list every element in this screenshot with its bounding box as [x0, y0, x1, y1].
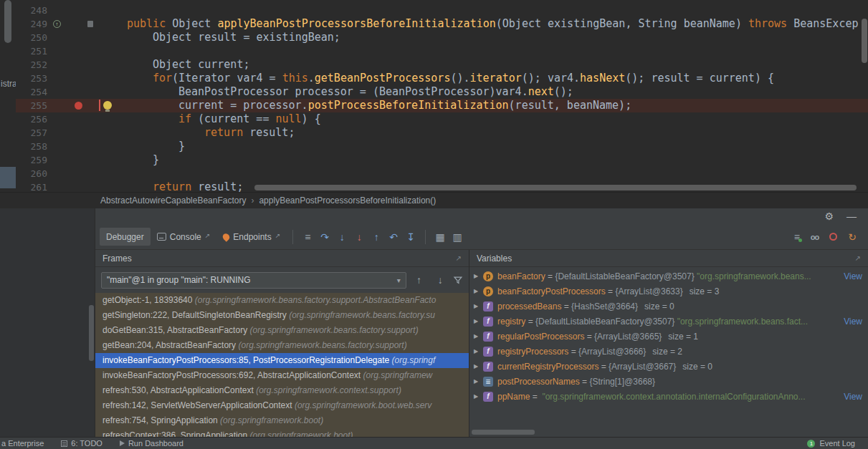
memory-view-icon[interactable]: ▥: [449, 228, 466, 246]
force-step-into-icon[interactable]: ↓: [350, 228, 368, 246]
code-line[interactable]: return result;: [95, 126, 868, 140]
expand-arrow-icon[interactable]: ▶: [474, 303, 483, 309]
gutter-line[interactable]: 258: [16, 140, 95, 153]
filter-icon[interactable]: [453, 275, 463, 285]
gutter-line[interactable]: 252: [16, 58, 95, 72]
variable-row[interactable]: ▶fppName = "org.springframework.context.…: [469, 389, 868, 404]
frame-row[interactable]: invokeBeanFactoryPostProcessors:692, Abs…: [95, 368, 469, 383]
frame-row[interactable]: doGetBean:315, AbstractBeanFactory (org.…: [95, 323, 469, 338]
gutter-line[interactable]: 255: [16, 99, 95, 112]
step-over-icon[interactable]: ↷: [316, 228, 333, 246]
expand-arrow-icon[interactable]: ▶: [474, 288, 483, 294]
code-line[interactable]: for(Iterator var4 = this.getBeanPostProc…: [95, 72, 868, 85]
code-line[interactable]: [95, 4, 868, 17]
code-line[interactable]: }: [95, 153, 868, 167]
gutter-line[interactable]: 257: [16, 126, 95, 140]
enterprise-tool-button[interactable]: a Enterprise: [1, 439, 44, 448]
tab-console[interactable]: Console ↗: [151, 228, 217, 246]
variable-row[interactable]: ▶fprocessedBeans = {HashSet@3664}size = …: [469, 299, 868, 314]
panel-options-icon[interactable]: ↗: [855, 254, 861, 262]
override-marker-icon[interactable]: ↑: [53, 20, 61, 28]
expand-arrow-icon[interactable]: ▶: [474, 273, 483, 279]
scrollbar-thumb[interactable]: [4, 0, 11, 43]
frame-row[interactable]: getSingleton:222, DefaultSingletonBeanRe…: [95, 308, 469, 323]
editor-vertical-scrollbar[interactable]: [862, 19, 867, 63]
gutter-line[interactable]: 253: [16, 72, 95, 85]
code-line[interactable]: BeanPostProcessor processor = (BeanPostP…: [95, 85, 868, 99]
run-dashboard-tool-button[interactable]: Run Dashboard: [120, 439, 183, 448]
previous-frame-icon[interactable]: ↑: [411, 271, 428, 289]
threads-list-icon[interactable]: ≡: [794, 232, 800, 242]
editor-horizontal-scrollbar[interactable]: [254, 185, 857, 190]
variable-row[interactable]: ▶pbeanFactoryPostProcessors = {ArrayList…: [469, 284, 868, 299]
variable-row[interactable]: ▶fcurrentRegistryProcessors = {ArrayList…: [469, 359, 868, 374]
code-line[interactable]: current = processor.postProcessBeforeIni…: [95, 99, 868, 112]
code-area[interactable]: public Object applyBeanPostProcessorsBef…: [95, 0, 868, 192]
expand-arrow-icon[interactable]: ▶: [474, 378, 483, 385]
hotswap-icon[interactable]: ↻: [848, 232, 857, 242]
frame-row[interactable]: invokeBeanFactoryPostProcessors:85, Post…: [95, 353, 469, 368]
frame-row[interactable]: refresh:530, AbstractApplicationContext …: [95, 383, 469, 398]
panel-options-icon[interactable]: ↗: [456, 254, 462, 262]
variable-row[interactable]: ▶fregistry = {DefaultListableBeanFactory…: [469, 314, 868, 329]
variables-horizontal-scrollbar[interactable]: [472, 430, 535, 435]
tool-stripe-highlight[interactable]: [0, 167, 16, 188]
drop-frame-icon[interactable]: ↶: [385, 228, 402, 246]
frame-row[interactable]: refreshContext:386, SpringApplication (o…: [95, 428, 469, 437]
hide-window-icon[interactable]: —: [846, 211, 857, 221]
variable-row[interactable]: ▶fregularPostProcessors = {ArrayList@366…: [469, 329, 868, 344]
view-breakpoints-icon[interactable]: [829, 233, 837, 241]
gutter-line[interactable]: 249↑: [16, 17, 95, 31]
gutter-marker-icon[interactable]: [87, 21, 93, 27]
expand-arrow-icon[interactable]: ▶: [474, 363, 483, 370]
code-line[interactable]: }: [95, 140, 868, 153]
scrollbar-thumb[interactable]: [89, 305, 94, 361]
next-frame-icon[interactable]: ↓: [431, 271, 449, 289]
breadcrumb-class[interactable]: AbstractAutowireCapableBeanFactory: [100, 195, 246, 206]
view-link[interactable]: View: [839, 392, 862, 402]
gutter-line[interactable]: 260: [16, 167, 95, 180]
gutter-line[interactable]: 254: [16, 85, 95, 99]
layout-menu-icon[interactable]: ≡: [299, 228, 316, 246]
gutter-line[interactable]: 251: [16, 44, 95, 58]
expand-arrow-icon[interactable]: ▶: [474, 348, 483, 354]
gutter-line[interactable]: 256: [16, 112, 95, 126]
breadcrumb-method[interactable]: applyBeanPostProcessorsBeforeInitializat…: [259, 195, 436, 206]
code-line[interactable]: public Object applyBeanPostProcessorsBef…: [95, 17, 868, 31]
code-line[interactable]: Object result = existingBean;: [95, 31, 868, 44]
run-to-cursor-icon[interactable]: ↧: [402, 228, 419, 246]
code-line[interactable]: [95, 44, 868, 58]
expand-arrow-icon[interactable]: ▶: [474, 393, 483, 400]
code-line[interactable]: Object current;: [95, 58, 868, 72]
code-line[interactable]: [95, 167, 868, 180]
tab-endpoints[interactable]: Endpoints ↗: [216, 228, 287, 246]
view-link[interactable]: View: [839, 317, 862, 327]
gutter-line[interactable]: 250: [16, 31, 95, 44]
view-link[interactable]: View: [839, 271, 862, 281]
expand-arrow-icon[interactable]: ▶: [474, 333, 483, 339]
step-out-icon[interactable]: ↑: [368, 228, 385, 246]
frame-row[interactable]: getObject:-1, 18393640 (org.springframew…: [95, 293, 469, 308]
frame-row[interactable]: getBean:204, AbstractBeanFactory (org.sp…: [95, 338, 469, 353]
gear-icon[interactable]: ⚙: [824, 211, 834, 221]
watches-icon[interactable]: oo: [811, 233, 819, 241]
frame-row[interactable]: refresh:754, SpringApplication (org.spri…: [95, 413, 469, 428]
todo-tool-button[interactable]: 6: TODO: [61, 439, 102, 448]
event-log-button[interactable]: Event Log: [819, 439, 855, 448]
evaluate-expression-icon[interactable]: ▦: [431, 228, 449, 246]
variable-row[interactable]: ▶fregistryProcessors = {ArrayList@3666}s…: [469, 344, 868, 359]
frame-row[interactable]: refresh:142, ServletWebServerApplication…: [95, 398, 469, 413]
thread-selector[interactable]: "main"@1 in group "main": RUNNING ▾: [101, 272, 406, 289]
breakpoint-icon[interactable]: [75, 102, 82, 110]
code-line[interactable]: if (current == null) {: [95, 112, 868, 126]
expand-arrow-icon[interactable]: ▶: [474, 318, 483, 324]
tool-stripe-label[interactable]: istra: [1, 79, 16, 89]
variable-row[interactable]: ▶pbeanFactory = {DefaultListableBeanFact…: [469, 269, 868, 284]
intention-bulb-icon[interactable]: [103, 101, 112, 110]
variable-row[interactable]: ▶≣postProcessorNames = {String[1]@3668}: [469, 374, 868, 389]
code-editor[interactable]: istra 248249↑250251252253254255256257258…: [0, 0, 868, 192]
gutter-line[interactable]: 248: [16, 4, 95, 17]
gutter-line[interactable]: 259: [16, 153, 95, 167]
tab-debugger[interactable]: Debugger: [100, 228, 151, 246]
step-into-icon[interactable]: ↓: [333, 228, 350, 246]
